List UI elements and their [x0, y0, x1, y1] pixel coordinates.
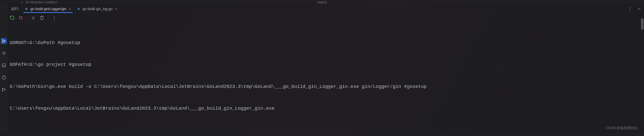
chevron-right-icon[interactable] [20, 1, 24, 4]
vertical-scrollbar[interactable] [641, 18, 643, 30]
run-tab-label: go build gin/Logger/gin [30, 7, 66, 11]
toolbar-separator [27, 15, 27, 20]
close-icon[interactable]: × [69, 7, 72, 11]
terminal-tool-window-icon[interactable] [1, 62, 7, 68]
svg-point-21 [54, 19, 55, 20]
svg-point-6 [2, 88, 3, 89]
console-output[interactable]: GOROOT=G:\GoPath #gosetup GOPATH=G:\go p… [8, 22, 644, 133]
svg-point-5 [4, 76, 6, 77]
svg-point-20 [54, 17, 55, 18]
svg-point-8 [5, 89, 6, 90]
more-vertical-icon[interactable] [628, 7, 632, 11]
scroll-to-end-icon[interactable] [31, 15, 36, 20]
go-run-config-icon [77, 7, 81, 11]
svg-point-14 [630, 8, 630, 9]
svg-point-15 [630, 10, 630, 10]
tool-window-rail [0, 5, 8, 133]
svg-rect-17 [20, 16, 22, 19]
run-panel-title: 运行: [11, 7, 19, 11]
vcs-tool-window-icon[interactable] [1, 87, 7, 93]
editor-top-fragment: Go Modules <stddev> main() [0, 0, 644, 5]
toolbar-separator [48, 15, 48, 20]
rerun-icon[interactable] [10, 15, 15, 20]
console-line: G:\GoPath\bin\go.exe build -o C:\Users\f… [10, 83, 642, 91]
svg-point-1 [3, 53, 5, 54]
run-tool-window-icon[interactable] [1, 38, 7, 44]
minimize-icon[interactable] [637, 7, 641, 11]
svg-rect-2 [2, 64, 6, 67]
console-line: C:\Users\fengxu\AppData\Local\JetBrains\… [10, 105, 642, 112]
stop-icon[interactable] [18, 15, 23, 20]
debug-tool-window-icon[interactable] [1, 50, 7, 56]
close-icon[interactable]: × [114, 7, 117, 11]
console-line: GOROOT=G:\GoPath #gosetup [10, 40, 642, 47]
run-tab-active[interactable]: go build gin/Logger/gin × [22, 5, 74, 13]
run-tabs: go build gin/Logger/gin × go build gin_l… [22, 5, 120, 13]
breadcrumb-function: main() [317, 0, 327, 4]
run-tab-label: go build gin_log.go [83, 7, 113, 11]
status-bar [0, 133, 644, 136]
svg-marker-0 [3, 40, 6, 43]
svg-point-7 [2, 90, 3, 91]
go-run-config-icon [24, 7, 28, 11]
more-vertical-icon[interactable] [52, 15, 57, 20]
problems-tool-window-icon[interactable] [1, 74, 7, 81]
run-toolbar [8, 13, 644, 22]
run-panel: 运行: go build gin/Logger/gin × go build g… [8, 5, 644, 133]
run-panel-header: 运行: go build gin/Logger/gin × go build g… [8, 5, 644, 13]
run-tab-inactive[interactable]: go build gin_log.go × [74, 5, 120, 13]
clear-output-icon[interactable] [39, 15, 44, 20]
svg-point-13 [630, 7, 630, 8]
console-line: GOPATH=G:\go project #gosetup [10, 61, 642, 69]
svg-point-19 [54, 16, 55, 16]
watermark-text: CSDN @落雨便归尘 [605, 126, 638, 130]
project-tree-node[interactable]: Go Modules <stddev> [25, 0, 58, 4]
